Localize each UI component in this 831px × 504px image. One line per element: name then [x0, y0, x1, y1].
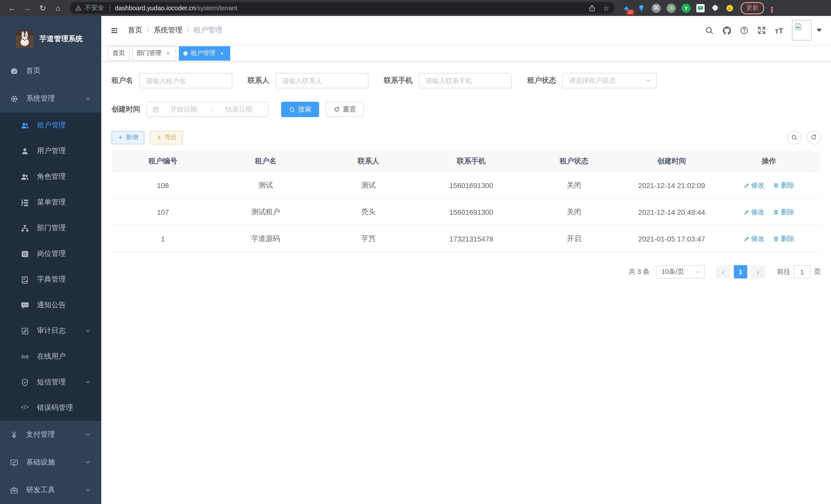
sidebar-item-home[interactable]: 首页 — [0, 57, 101, 85]
sidebar-item-audit-log[interactable]: 审计日志 — [0, 318, 101, 344]
edit-icon — [743, 209, 749, 215]
tab-home[interactable]: 首页 — [108, 46, 130, 60]
extension-y-icon[interactable]: Y — [682, 3, 691, 12]
tab-dept[interactable]: 部门管理 × — [132, 46, 176, 60]
close-icon[interactable]: × — [165, 50, 172, 57]
sidebar-item-pay[interactable]: 支付管理 — [0, 421, 101, 448]
header-search-icon[interactable] — [700, 22, 718, 39]
chevron-down-icon — [85, 487, 91, 493]
fullscreen-icon[interactable] — [753, 22, 770, 39]
help-icon[interactable] — [736, 22, 753, 39]
book-icon — [21, 275, 29, 284]
edit-link[interactable]: 修改 — [743, 207, 765, 216]
extension-balloon-icon[interactable] — [637, 3, 646, 12]
prev-page-button[interactable]: ‹ — [716, 265, 730, 278]
sidebar-item-devtools[interactable]: 研发工具 — [0, 476, 101, 504]
refresh-icon — [810, 134, 817, 141]
sidebar-item-online-user[interactable]: 在线用户 — [0, 344, 101, 369]
online-signal-icon — [21, 352, 29, 361]
close-icon[interactable]: × — [219, 50, 226, 57]
sidebar-item-post[interactable]: 岗位管理 — [0, 241, 101, 267]
status-text: 关闭 — [523, 172, 625, 199]
toggle-search-button[interactable] — [787, 130, 801, 144]
browser-home-icon[interactable]: ⌂ — [50, 0, 66, 16]
end-date-placeholder: 结束日期 — [214, 105, 263, 114]
font-size-icon[interactable]: тT — [770, 22, 788, 39]
sidebar-item-infra[interactable]: 基础设施 — [0, 448, 101, 476]
bookmark-star-icon[interactable]: ☆ — [603, 4, 609, 12]
share-icon[interactable] — [589, 4, 596, 11]
avatar[interactable] — [792, 20, 811, 40]
github-icon[interactable] — [718, 22, 736, 39]
search-button[interactable]: 搜索 — [281, 102, 319, 117]
edit-link[interactable]: 修改 — [743, 234, 765, 243]
address-bar[interactable]: 不安全 dashboard.yudao.iocoder.cn/system/te… — [70, 2, 614, 14]
calendar-icon — [152, 106, 159, 113]
col-created: 创建时间 — [625, 151, 718, 172]
delete-link[interactable]: 删除 — [773, 181, 794, 190]
sidebar-item-role[interactable]: 角色管理 — [0, 164, 101, 189]
mobile-input[interactable] — [419, 73, 512, 88]
security-label[interactable]: 不安全 — [85, 4, 104, 12]
security-warning-icon — [75, 5, 82, 11]
browser-menu-icon[interactable]: ••• — [768, 5, 775, 11]
browser-update-button[interactable]: 更新 — [741, 2, 764, 14]
extension-chat-icon[interactable] — [696, 4, 705, 12]
sidebar-item-system[interactable]: 系统管理 — [0, 85, 101, 113]
goto-page-input[interactable] — [794, 265, 810, 278]
tenant-name-label: 租户名 — [112, 76, 133, 85]
extensions-puzzle-icon[interactable] — [710, 3, 719, 12]
broken-image-icon — [794, 22, 803, 31]
url-path: /system/tenant — [196, 4, 237, 11]
sidebar-item-user[interactable]: 用户管理 — [0, 138, 101, 164]
users-icon — [21, 121, 29, 130]
add-button[interactable]: 新增 — [112, 131, 144, 144]
edit-icon — [743, 182, 749, 188]
edit-link[interactable]: 修改 — [743, 181, 765, 190]
search-icon — [791, 134, 798, 141]
sidebar-item-dept[interactable]: 部门管理 — [0, 215, 101, 241]
total-count: 共 3 条 — [629, 267, 650, 276]
browser-forward-icon[interactable]: → — [20, 0, 35, 16]
sidebar-item-menu[interactable]: 菜单管理 — [0, 189, 101, 215]
breadcrumb-home[interactable]: 首页 — [128, 26, 142, 35]
page-number-1[interactable]: 1 — [734, 265, 747, 278]
export-button[interactable]: 导出 — [150, 131, 183, 144]
delete-link[interactable]: 删除 — [773, 234, 794, 243]
shield-icon — [21, 378, 29, 387]
tenant-name-input[interactable] — [139, 73, 232, 88]
address-divider — [109, 4, 110, 11]
sidebar-item-sms[interactable]: 短信管理 — [0, 369, 101, 395]
extension-command-icon[interactable]: ⌘ — [652, 3, 661, 12]
app-title: 芋道管理系统 — [39, 34, 83, 44]
chevron-down-icon — [85, 432, 91, 438]
code-icon: </> — [21, 404, 29, 412]
status-select[interactable]: 请选择租户状态 — [562, 73, 657, 88]
logo-row[interactable]: 芋道管理系统 — [0, 16, 101, 51]
page-size-select[interactable]: 10条/页 — [657, 265, 705, 278]
gear-icon — [10, 94, 19, 103]
breadcrumb-system[interactable]: 系统管理 — [154, 26, 182, 35]
contact-input[interactable] — [276, 73, 369, 88]
sidebar-item-error-code[interactable]: </> 错误码管理 — [0, 395, 101, 421]
next-page-button[interactable]: › — [751, 265, 765, 278]
extension-emoji-icon[interactable] — [725, 3, 735, 12]
sidebar-item-dict[interactable]: 字典管理 — [0, 267, 101, 292]
table-row: 107 测试租户 秃头 15601691300 关闭 2021-12-14 20… — [112, 199, 820, 225]
reset-button[interactable]: 重置 — [326, 102, 364, 117]
sidebar-item-tenant[interactable]: 租户管理 — [0, 113, 101, 138]
browser-back-icon[interactable]: ← — [4, 0, 20, 16]
extension-blocker-icon[interactable]: ◆ 10 — [622, 3, 631, 12]
refresh-table-button[interactable] — [807, 130, 821, 144]
contact-label: 联系人 — [248, 76, 269, 85]
extension-recorder-icon[interactable] — [666, 3, 676, 12]
browser-reload-icon[interactable]: ↻ — [35, 0, 50, 16]
delete-link[interactable]: 删除 — [773, 207, 794, 216]
tab-tenant[interactable]: 租户管理 × — [179, 46, 230, 60]
avatar-caret-icon[interactable] — [816, 29, 822, 32]
sidebar-item-notice[interactable]: 通知公告 — [0, 292, 101, 318]
table-row: 1 芋道源码 芋艿 17321315478 开启 2021-01-05 17:0… — [112, 225, 820, 252]
date-range-picker[interactable]: 开始日期 - 结束日期 — [146, 102, 269, 117]
table-row: 108 测试 测试 15601691300 关闭 2021-12-14 21:0… — [112, 172, 820, 199]
hamburger-icon[interactable] — [110, 26, 119, 34]
